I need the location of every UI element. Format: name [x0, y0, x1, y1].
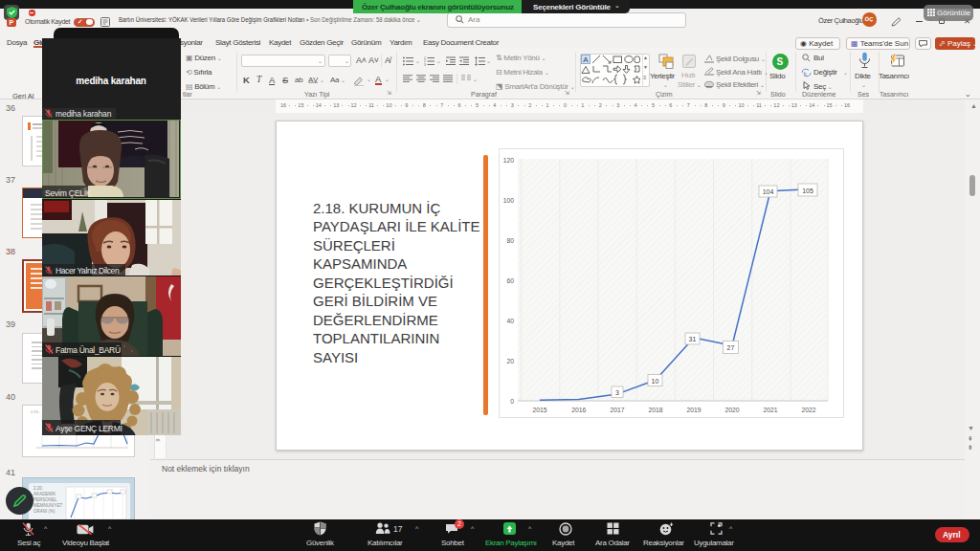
svg-text:10: 10 [652, 378, 659, 385]
svg-text:2017: 2017 [610, 407, 624, 413]
svg-text:80: 80 [506, 237, 514, 244]
svg-text:2021: 2021 [763, 407, 777, 413]
svg-text:2018: 2018 [648, 407, 662, 413]
svg-text:60: 60 [506, 277, 514, 284]
svg-text:2022: 2022 [801, 407, 815, 413]
svg-text:31: 31 [689, 336, 697, 342]
svg-text:40: 40 [506, 318, 514, 324]
svg-text:0: 0 [510, 398, 514, 405]
svg-text:A: A [583, 55, 589, 64]
svg-text:105: 105 [802, 187, 813, 194]
svg-text:2020: 2020 [724, 407, 739, 413]
svg-text:20: 20 [506, 358, 514, 364]
svg-text:27: 27 [727, 344, 735, 351]
svg-text:2019: 2019 [686, 407, 701, 413]
svg-text:b: b [804, 70, 808, 76]
svg-text:100: 100 [503, 197, 515, 204]
svg-text:120: 120 [503, 157, 515, 164]
svg-text:2016: 2016 [571, 407, 586, 413]
svg-text:2015: 2015 [532, 407, 546, 413]
svg-text:104: 104 [763, 188, 774, 195]
svg-text:3: 3 [424, 62, 426, 65]
svg-text:3: 3 [615, 389, 619, 396]
